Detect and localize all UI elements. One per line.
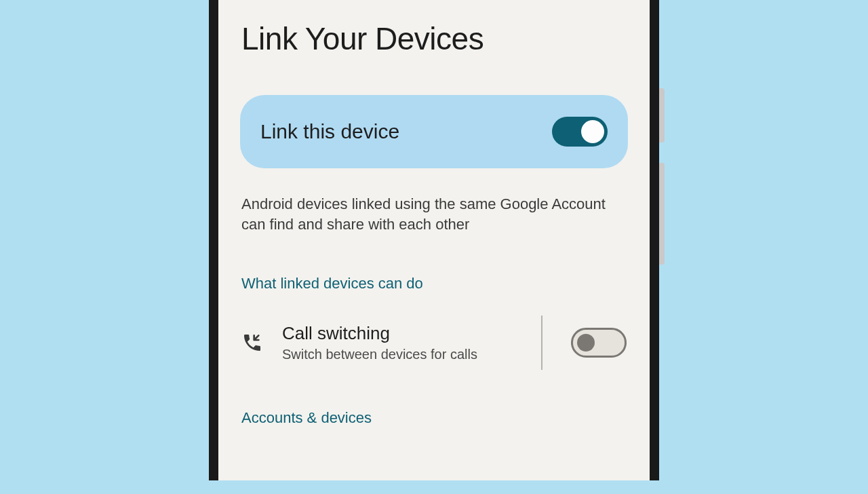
link-description: Android devices linked using the same Go… xyxy=(240,194,628,234)
toggle-thumb xyxy=(581,120,604,143)
row-divider xyxy=(541,316,542,370)
phone-side-buttons xyxy=(659,88,665,285)
phone-incoming-icon xyxy=(241,332,263,354)
call-switching-title: Call switching xyxy=(282,323,517,344)
call-switching-row[interactable]: Call switching Switch between devices fo… xyxy=(240,309,628,377)
toggle-thumb xyxy=(577,334,595,352)
link-device-toggle[interactable] xyxy=(552,117,608,147)
volume-button xyxy=(659,163,665,265)
phone-screen: Link Your Devices Link this device Andro… xyxy=(218,0,650,480)
power-button xyxy=(659,88,665,142)
phone-frame: Link Your Devices Link this device Andro… xyxy=(209,0,659,480)
features-section-header: What linked devices can do xyxy=(240,275,628,292)
link-device-label: Link this device xyxy=(260,120,399,143)
call-switching-subtitle: Switch between devices for calls xyxy=(282,347,517,362)
call-switching-toggle[interactable] xyxy=(571,328,627,358)
page-title: Link Your Devices xyxy=(241,20,628,57)
accounts-section-header: Accounts & devices xyxy=(240,409,628,427)
link-device-card[interactable]: Link this device xyxy=(240,95,628,168)
call-switching-text: Call switching Switch between devices fo… xyxy=(282,323,517,362)
